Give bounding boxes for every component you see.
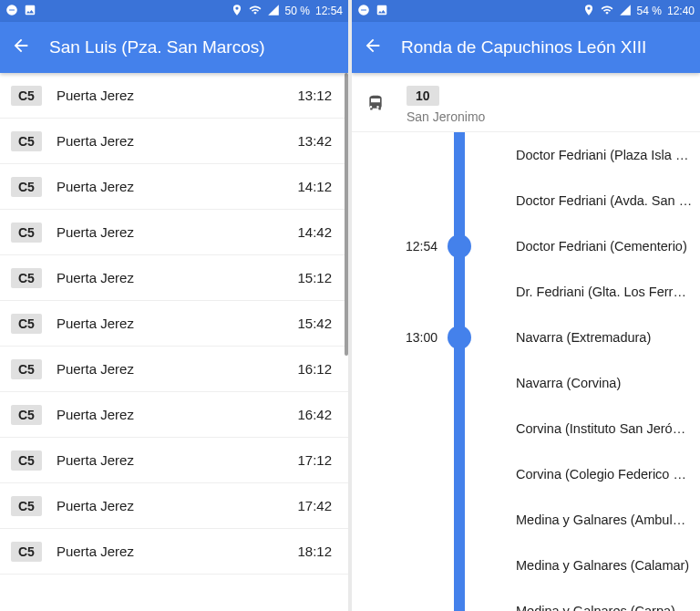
status-bar: 54 % 12:40 — [352, 0, 700, 22]
picture-icon — [376, 4, 388, 19]
departure-destination: Puerta Jerez — [57, 452, 298, 468]
stop-time: 12:54 — [352, 239, 443, 254]
back-button[interactable] — [11, 36, 31, 59]
back-button[interactable] — [363, 36, 383, 59]
stop-row[interactable]: Navarra (Corvina) — [352, 360, 700, 406]
route-badge: C5 — [11, 268, 42, 288]
route-number-badge: 10 — [407, 86, 439, 106]
departure-destination: Puerta Jerez — [57, 407, 298, 422]
route-direction: San Jeronimo — [407, 109, 485, 124]
route-badge: C5 — [11, 223, 42, 243]
departure-row[interactable]: C5Puerta Jerez14:42 — [0, 210, 348, 255]
clock-text: 12:54 — [315, 5, 343, 17]
route-badge: C5 — [11, 314, 42, 334]
route-badge: C5 — [11, 450, 42, 471]
location-icon — [231, 4, 243, 19]
scrollbar[interactable] — [345, 73, 348, 356]
app-bar: Ronda de Capuchinos León XIII — [352, 22, 700, 73]
battery-text: 54 % — [637, 5, 662, 17]
stop-row[interactable]: Medina y Galnares (Calamar) — [352, 543, 700, 588]
departure-destination: Puerta Jerez — [57, 179, 298, 194]
route-header: 10 San Jeronimo — [352, 73, 700, 132]
departure-row[interactable]: C5Puerta Jerez17:42 — [0, 483, 348, 529]
departure-destination: Puerta Jerez — [57, 224, 298, 240]
route-badge: C5 — [11, 405, 42, 425]
stop-row[interactable]: Doctor Fedriani (Plaza Isla Canela) — [352, 132, 700, 178]
departure-time: 18:12 — [297, 544, 332, 559]
stop-name: Navarra (Corvina) — [516, 376, 693, 390]
departure-row[interactable]: C5Puerta Jerez13:42 — [0, 119, 348, 164]
status-bar: 50 % 12:54 — [0, 0, 348, 22]
departure-destination: Puerta Jerez — [57, 316, 298, 331]
stop-name: Medina y Galnares (Ambulatorio) — [516, 513, 693, 527]
stop-name: Corvina (Colegio Federico García Lorca) — [516, 467, 693, 482]
departure-destination: Puerta Jerez — [57, 498, 298, 513]
signal-icon — [267, 4, 280, 19]
signal-icon — [619, 4, 632, 19]
app-bar: San Luis (Pza. San Marcos) — [0, 22, 348, 73]
departure-time: 13:42 — [297, 133, 332, 149]
departure-time: 15:12 — [297, 270, 332, 285]
location-icon — [582, 4, 595, 19]
picture-icon — [24, 4, 36, 19]
stop-row[interactable]: 13:00Navarra (Extremadura) — [352, 315, 700, 360]
wifi-icon — [249, 4, 262, 19]
departure-time: 17:12 — [297, 452, 332, 468]
stop-name: Doctor Fedriani (Plaza Isla Canela) — [516, 148, 693, 162]
departure-row[interactable]: C5Puerta Jerez17:12 — [0, 438, 348, 483]
route-badge: C5 — [11, 177, 42, 197]
departure-destination: Puerta Jerez — [57, 133, 298, 149]
dnd-icon — [5, 4, 18, 19]
bus-icon — [366, 94, 385, 116]
stop-row[interactable]: Dr. Fedriani (Glta. Los Ferroviarios) — [352, 269, 700, 315]
departure-row[interactable]: C5Puerta Jerez18:12 — [0, 529, 348, 575]
dnd-icon — [357, 4, 370, 19]
departure-destination: Puerta Jerez — [57, 270, 298, 285]
departures-list[interactable]: C5Puerta Jerez13:12C5Puerta Jerez13:42C5… — [0, 73, 348, 611]
screen-route: 54 % 12:40 Ronda de Capuchinos León XIII… — [352, 0, 700, 611]
stop-row[interactable]: Medina y Galnares (Ambulatorio) — [352, 497, 700, 543]
stop-time: 13:00 — [352, 330, 443, 345]
departure-row[interactable]: C5Puerta Jerez13:12 — [0, 73, 348, 119]
wifi-icon — [601, 4, 613, 19]
stop-row[interactable]: Corvina (Instituto San Jerónimo) — [352, 406, 700, 451]
clock-text: 12:40 — [667, 5, 695, 17]
route-badge: C5 — [11, 542, 42, 562]
departure-destination: Puerta Jerez — [57, 88, 298, 103]
route-badge: C5 — [11, 86, 42, 106]
screen-departures: 50 % 12:54 San Luis (Pza. San Marcos) C5… — [0, 0, 348, 611]
stop-node — [448, 234, 471, 258]
stop-node — [448, 326, 471, 349]
stop-name: Corvina (Instituto San Jerónimo) — [516, 421, 693, 436]
departure-row[interactable]: C5Puerta Jerez15:42 — [0, 301, 348, 347]
stop-row[interactable]: Doctor Fedriani (Avda. San Lázaro) — [352, 178, 700, 223]
stop-name: Navarra (Extremadura) — [516, 330, 693, 345]
departure-row[interactable]: C5Puerta Jerez16:12 — [0, 347, 348, 392]
route-badge: C5 — [11, 496, 42, 516]
stop-name: Dr. Fedriani (Glta. Los Ferroviarios) — [516, 285, 693, 299]
departure-time: 13:12 — [297, 88, 332, 103]
departure-time: 14:12 — [297, 179, 332, 194]
departure-time: 15:42 — [297, 316, 332, 331]
stop-row[interactable]: Corvina (Colegio Federico García Lorca) — [352, 451, 700, 497]
route-badge: C5 — [11, 359, 42, 379]
departure-row[interactable]: C5Puerta Jerez16:42 — [0, 392, 348, 438]
route-badge: C5 — [11, 131, 42, 151]
route-info: 10 San Jeronimo — [407, 86, 485, 124]
stops-list[interactable]: Doctor Fedriani (Plaza Isla Canela)Docto… — [352, 132, 700, 611]
departure-destination: Puerta Jerez — [57, 544, 298, 559]
page-title: Ronda de Capuchinos León XIII — [401, 37, 646, 57]
battery-text: 50 % — [285, 5, 310, 17]
departure-row[interactable]: C5Puerta Jerez15:12 — [0, 255, 348, 301]
stop-row[interactable]: Medina y Galnares (Carpa) — [352, 588, 700, 611]
stop-row[interactable]: 12:54Doctor Fedriani (Cementerio) — [352, 223, 700, 269]
stop-name: Medina y Galnares (Calamar) — [516, 558, 693, 573]
departure-time: 16:12 — [297, 361, 332, 377]
departure-time: 16:42 — [297, 407, 332, 422]
page-title: San Luis (Pza. San Marcos) — [49, 37, 265, 57]
stop-name: Doctor Fedriani (Cementerio) — [516, 239, 693, 254]
stop-name: Doctor Fedriani (Avda. San Lázaro) — [516, 193, 693, 208]
departure-time: 14:42 — [297, 224, 332, 240]
departure-row[interactable]: C5Puerta Jerez14:12 — [0, 164, 348, 210]
departure-time: 17:42 — [297, 498, 332, 513]
